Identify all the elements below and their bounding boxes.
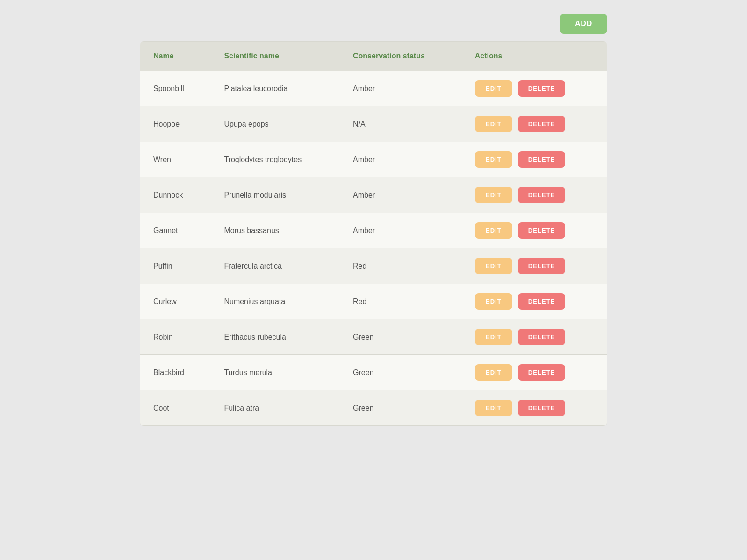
table-header: Name Scientific name Conservation status… <box>140 42 607 71</box>
cell-scientific-name: Troglodytes troglodytes <box>211 142 340 177</box>
actions-container: EDITDELETE <box>475 80 594 97</box>
actions-container: EDITDELETE <box>475 116 594 132</box>
cell-name: Dunnock <box>140 177 211 213</box>
edit-button-4[interactable]: EDIT <box>475 187 512 203</box>
delete-button-1[interactable]: DELETE <box>518 80 566 97</box>
cell-conservation-status: Green <box>340 319 462 355</box>
actions-container: EDITDELETE <box>475 364 594 381</box>
delete-button-8[interactable]: DELETE <box>518 329 566 345</box>
cell-conservation-status: Red <box>340 284 462 319</box>
cell-scientific-name: Erithacus rubecula <box>211 319 340 355</box>
actions-container: EDITDELETE <box>475 258 594 274</box>
table-row: DunnockPrunella modularisAmberEDITDELETE <box>140 177 607 213</box>
table-row: CootFulica atraGreenEDITDELETE <box>140 390 607 426</box>
delete-button-2[interactable]: DELETE <box>518 116 566 132</box>
delete-button-10[interactable]: DELETE <box>518 400 566 416</box>
cell-scientific-name: Fratercula arctica <box>211 248 340 284</box>
birds-table: Name Scientific name Conservation status… <box>140 42 607 425</box>
cell-actions: EDITDELETE <box>462 284 607 319</box>
cell-actions: EDITDELETE <box>462 106 607 142</box>
cell-actions: EDITDELETE <box>462 142 607 177</box>
cell-actions: EDITDELETE <box>462 71 607 106</box>
edit-button-9[interactable]: EDIT <box>475 364 512 381</box>
table-row: CurlewNumenius arquataRedEDITDELETE <box>140 284 607 319</box>
column-header-name: Name <box>140 42 211 71</box>
table-row: GannetMorus bassanusAmberEDITDELETE <box>140 213 607 248</box>
column-header-conservation-status: Conservation status <box>340 42 462 71</box>
cell-name: Coot <box>140 390 211 426</box>
cell-scientific-name: Prunella modularis <box>211 177 340 213</box>
table-row: HoopoeUpupa epopsN/AEDITDELETE <box>140 106 607 142</box>
actions-container: EDITDELETE <box>475 222 594 239</box>
cell-conservation-status: N/A <box>340 106 462 142</box>
cell-name: Blackbird <box>140 355 211 390</box>
cell-conservation-status: Amber <box>340 177 462 213</box>
table-row: PuffinFratercula arcticaRedEDITDELETE <box>140 248 607 284</box>
delete-button-3[interactable]: DELETE <box>518 151 566 168</box>
edit-button-10[interactable]: EDIT <box>475 400 512 416</box>
delete-button-5[interactable]: DELETE <box>518 222 566 239</box>
actions-container: EDITDELETE <box>475 329 594 345</box>
actions-container: EDITDELETE <box>475 151 594 168</box>
delete-button-7[interactable]: DELETE <box>518 293 566 310</box>
edit-button-2[interactable]: EDIT <box>475 116 512 132</box>
cell-conservation-status: Amber <box>340 213 462 248</box>
cell-scientific-name: Numenius arquata <box>211 284 340 319</box>
cell-scientific-name: Platalea leucorodia <box>211 71 340 106</box>
cell-name: Puffin <box>140 248 211 284</box>
edit-button-7[interactable]: EDIT <box>475 293 512 310</box>
page-container: ADD Name Scientific name Conservation st… <box>140 14 607 426</box>
cell-actions: EDITDELETE <box>462 248 607 284</box>
actions-container: EDITDELETE <box>475 400 594 416</box>
cell-name: Spoonbill <box>140 71 211 106</box>
cell-actions: EDITDELETE <box>462 355 607 390</box>
cell-scientific-name: Fulica atra <box>211 390 340 426</box>
column-header-scientific-name: Scientific name <box>211 42 340 71</box>
cell-conservation-status: Amber <box>340 142 462 177</box>
cell-scientific-name: Morus bassanus <box>211 213 340 248</box>
cell-conservation-status: Green <box>340 390 462 426</box>
edit-button-6[interactable]: EDIT <box>475 258 512 274</box>
add-button-row: ADD <box>140 14 607 34</box>
cell-scientific-name: Upupa epops <box>211 106 340 142</box>
table-body: SpoonbillPlatalea leucorodiaAmberEDITDEL… <box>140 71 607 426</box>
table-row: WrenTroglodytes troglodytesAmberEDITDELE… <box>140 142 607 177</box>
add-button[interactable]: ADD <box>560 14 607 34</box>
cell-actions: EDITDELETE <box>462 213 607 248</box>
actions-container: EDITDELETE <box>475 187 594 203</box>
delete-button-4[interactable]: DELETE <box>518 187 566 203</box>
header-row: Name Scientific name Conservation status… <box>140 42 607 71</box>
cell-name: Hoopoe <box>140 106 211 142</box>
cell-scientific-name: Turdus merula <box>211 355 340 390</box>
table-row: SpoonbillPlatalea leucorodiaAmberEDITDEL… <box>140 71 607 106</box>
delete-button-9[interactable]: DELETE <box>518 364 566 381</box>
edit-button-3[interactable]: EDIT <box>475 151 512 168</box>
table-row: RobinErithacus rubeculaGreenEDITDELETE <box>140 319 607 355</box>
cell-name: Gannet <box>140 213 211 248</box>
edit-button-8[interactable]: EDIT <box>475 329 512 345</box>
delete-button-6[interactable]: DELETE <box>518 258 566 274</box>
column-header-actions: Actions <box>462 42 607 71</box>
cell-actions: EDITDELETE <box>462 319 607 355</box>
edit-button-5[interactable]: EDIT <box>475 222 512 239</box>
table-wrapper: Name Scientific name Conservation status… <box>140 41 607 426</box>
cell-name: Wren <box>140 142 211 177</box>
actions-container: EDITDELETE <box>475 293 594 310</box>
cell-name: Curlew <box>140 284 211 319</box>
cell-conservation-status: Amber <box>340 71 462 106</box>
edit-button-1[interactable]: EDIT <box>475 80 512 97</box>
cell-actions: EDITDELETE <box>462 177 607 213</box>
cell-name: Robin <box>140 319 211 355</box>
table-row: BlackbirdTurdus merulaGreenEDITDELETE <box>140 355 607 390</box>
cell-conservation-status: Red <box>340 248 462 284</box>
cell-actions: EDITDELETE <box>462 390 607 426</box>
cell-conservation-status: Green <box>340 355 462 390</box>
